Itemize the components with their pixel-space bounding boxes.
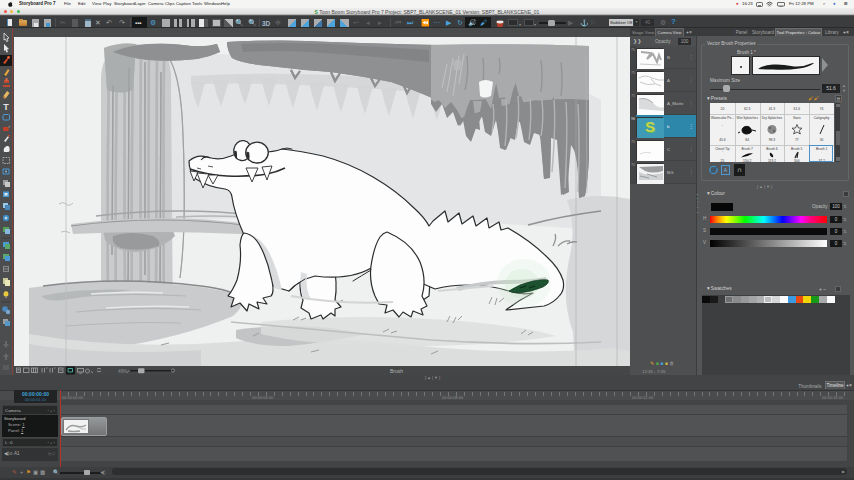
svg-text:T: T [3,102,9,112]
svg-text:S: S [645,118,655,135]
svg-text:49%: 49% [118,369,127,374]
